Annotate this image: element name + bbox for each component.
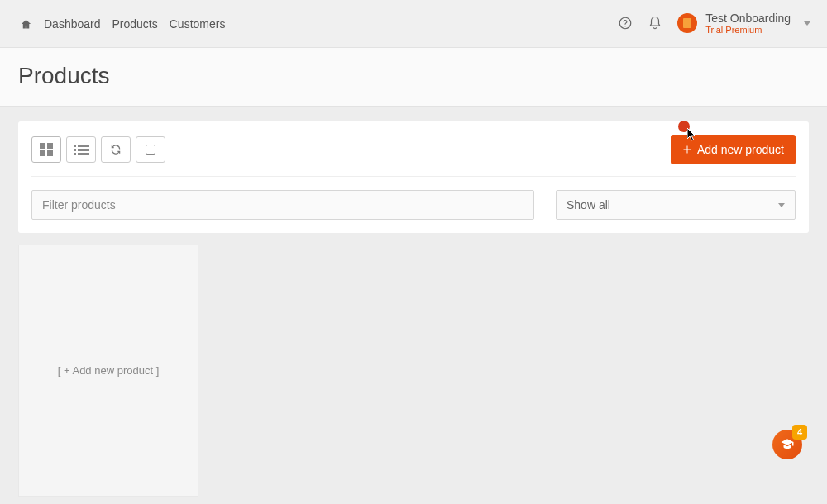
account-name: Test Onboarding [705,12,791,25]
page-header: Products [0,48,827,107]
refresh-button[interactable] [101,136,131,163]
help-icon[interactable] [618,16,633,31]
filter-input[interactable] [31,190,534,220]
list-icon [74,145,89,155]
add-product-label: Add new product [697,143,784,156]
add-product-tile-label: [ + Add new product ] [58,364,160,377]
home-icon[interactable] [20,17,32,31]
toolbar-left [31,136,165,163]
chevron-down-icon [804,21,810,26]
grid-icon [40,143,53,156]
nav-left: Dashboard Products Customers [20,17,225,31]
square-icon [146,145,155,155]
toolbar-row: Add new product [31,135,796,164]
top-nav: Dashboard Products Customers Test Onboar… [0,0,827,48]
stop-button[interactable] [136,136,165,163]
account-menu[interactable]: Test Onboarding Trial Premium [677,12,810,35]
avatar [677,13,697,33]
main-area: Add new product Show all [ + Add new pro… [0,107,827,504]
nav-dashboard[interactable]: Dashboard [44,17,101,31]
bell-icon[interactable] [648,16,662,31]
help-fab[interactable]: 4 [772,430,802,459]
cursor-arrow-icon [687,128,697,141]
nav-products[interactable]: Products [112,17,158,31]
list-view-button[interactable] [66,136,96,163]
account-tier: Trial Premium [705,25,791,35]
filter-select-value: Show all [566,198,610,212]
filter-row: Show all [31,190,796,220]
grid-view-button[interactable] [31,136,61,163]
svg-point-1 [625,26,626,27]
divider [31,176,796,177]
plus-icon [682,145,692,155]
filter-select[interactable]: Show all [556,190,796,220]
add-product-tile[interactable]: [ + Add new product ] [18,245,198,497]
graduation-cap-icon [780,437,795,452]
nav-customers[interactable]: Customers [170,17,226,31]
page-title: Products [18,63,809,89]
help-fab-badge: 4 [792,425,807,440]
product-grid: [ + Add new product ] [18,233,809,497]
nav-right: Test Onboarding Trial Premium [618,12,810,35]
caret-down-icon [778,203,785,207]
refresh-icon [110,144,122,155]
